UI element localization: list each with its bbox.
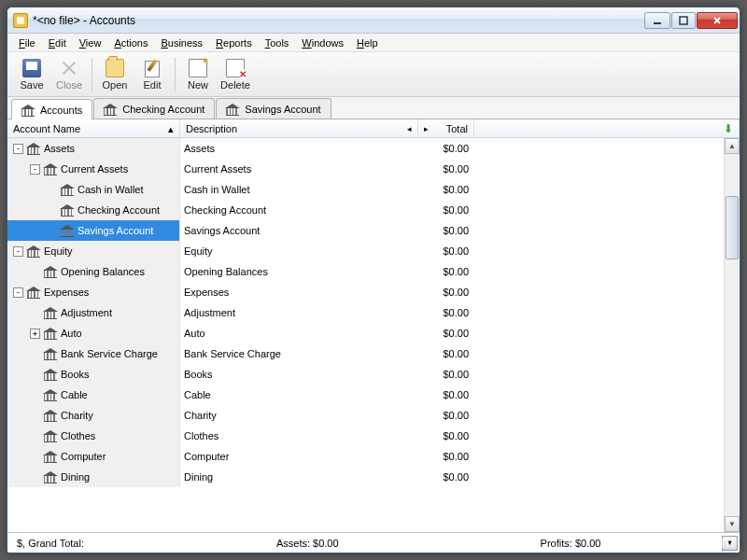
cell-total: $0.00 <box>418 430 474 441</box>
table-row[interactable]: AdjustmentAdjustment$0.00 <box>7 302 724 323</box>
open-button[interactable]: Open <box>96 55 134 94</box>
cell-description: Current Assets <box>180 163 418 175</box>
titlebar[interactable]: *<no file> - Accounts <box>7 7 740 34</box>
table-row[interactable]: BooksBooks$0.00 <box>7 364 724 385</box>
menu-reports[interactable]: Reports <box>210 35 258 50</box>
column-spacer[interactable]: ⬇ <box>474 119 740 137</box>
cell-total: $0.00 <box>418 225 474 236</box>
tab-label: Savings Account <box>245 104 320 115</box>
cell-description: Charity <box>180 410 418 421</box>
cell-account-name: Clothes <box>7 426 180 446</box>
expand-icon[interactable]: + <box>30 329 40 339</box>
table-row[interactable]: Checking AccountChecking Account$0.00 <box>7 200 724 220</box>
window-title: *<no file> - Accounts <box>33 14 644 27</box>
new-button[interactable]: New <box>179 55 217 94</box>
collapse-icon[interactable]: - <box>13 287 23 298</box>
tab-accounts[interactable]: Accounts <box>11 99 92 119</box>
scroll-up-button[interactable]: ▲ <box>725 138 740 154</box>
bank-icon <box>27 246 40 257</box>
cell-description: Books <box>180 369 418 380</box>
close-window-button[interactable] <box>697 12 738 29</box>
menu-view[interactable]: View <box>74 35 107 50</box>
account-name-text: Dining <box>61 471 90 483</box>
minimize-button[interactable] <box>644 12 670 29</box>
expander-none <box>47 226 57 236</box>
account-name-text: Equity <box>44 245 73 257</box>
table-row[interactable]: Opening BalancesOpening Balances$0.00 <box>7 261 724 282</box>
cell-total: $0.00 <box>418 389 474 400</box>
table-row[interactable]: +AutoAuto$0.00 <box>7 323 724 343</box>
table-row[interactable]: -Current AssetsCurrent Assets$0.00 <box>7 159 724 179</box>
cell-total: $0.00 <box>418 328 474 339</box>
expander-none <box>30 349 40 359</box>
account-name-text: Current Assets <box>61 163 128 175</box>
column-total[interactable]: ▸ Total <box>418 119 474 137</box>
menu-help[interactable]: Help <box>351 35 384 50</box>
tab-savings-account[interactable]: Savings Account <box>216 98 331 119</box>
cell-account-name: Computer <box>7 446 180 467</box>
expander-none <box>30 431 40 441</box>
scroll-track[interactable] <box>725 154 740 516</box>
column-headers: Account Name ▴ Description ◂ ▸ Total ⬇ <box>7 119 740 138</box>
delete-button[interactable]: Delete <box>217 55 254 94</box>
toolbar-separator <box>92 58 92 91</box>
accounts-tree[interactable]: -AssetsAssets$0.00-Current AssetsCurrent… <box>7 138 724 532</box>
cell-account-name: -Current Assets <box>7 159 180 179</box>
cell-account-name: Cash in Wallet <box>7 179 180 200</box>
cell-description: Cash in Wallet <box>180 184 418 195</box>
menu-tools[interactable]: Tools <box>260 35 295 50</box>
bank-icon <box>44 472 57 483</box>
bank-icon <box>44 452 57 462</box>
expander-none <box>30 267 40 277</box>
collapse-icon[interactable]: - <box>30 164 40 175</box>
menu-edit[interactable]: Edit <box>43 35 72 50</box>
tab-checking-account[interactable]: Checking Account <box>93 98 215 119</box>
cell-total: $0.00 <box>418 471 474 483</box>
table-row[interactable]: CharityCharity$0.00 <box>7 405 724 426</box>
table-row[interactable]: -EquityEquity$0.00 <box>7 241 724 261</box>
scroll-down-button[interactable]: ▼ <box>725 516 740 532</box>
collapse-icon[interactable]: - <box>13 246 23 257</box>
scroll-thumb[interactable] <box>726 196 739 259</box>
cell-account-name: Dining <box>7 467 180 487</box>
table-row[interactable]: -ExpensesExpenses$0.00 <box>7 282 724 302</box>
menu-file[interactable]: File <box>13 35 41 50</box>
table-row[interactable]: CableCable$0.00 <box>7 385 724 405</box>
table-row[interactable]: Cash in WalletCash in Wallet$0.00 <box>7 179 724 200</box>
arrow-down-icon[interactable]: ⬇ <box>724 122 733 135</box>
column-account-name[interactable]: Account Name ▴ <box>7 119 180 137</box>
table-row[interactable]: Bank Service ChargeBank Service Charge$0… <box>7 343 724 364</box>
accounts-tree-area: -AssetsAssets$0.00-Current AssetsCurrent… <box>7 138 740 532</box>
table-row[interactable]: -AssetsAssets$0.00 <box>7 138 724 159</box>
cell-total: $0.00 <box>418 266 474 277</box>
bank-icon <box>44 329 57 339</box>
expander-none <box>30 452 40 462</box>
collapse-icon[interactable]: - <box>13 144 23 154</box>
account-name-text: Books <box>61 369 90 380</box>
table-row[interactable]: DiningDining$0.00 <box>7 467 724 487</box>
table-row[interactable]: ClothesClothes$0.00 <box>7 426 724 446</box>
menu-windows[interactable]: Windows <box>296 35 349 50</box>
table-row[interactable]: ComputerComputer$0.00 <box>7 446 724 467</box>
cell-total: $0.00 <box>418 348 474 359</box>
bank-icon <box>27 287 40 298</box>
account-name-text: Opening Balances <box>61 266 145 277</box>
table-row[interactable]: Savings AccountSavings Account$0.00 <box>7 220 724 241</box>
menu-actions[interactable]: Actions <box>108 35 153 50</box>
toolbar-label: Close <box>56 79 82 91</box>
edit-button[interactable]: Edit <box>134 55 171 94</box>
menu-business[interactable]: Business <box>155 35 208 50</box>
cell-total: $0.00 <box>418 287 474 298</box>
column-label: Total <box>446 123 468 134</box>
account-name-text: Cash in Wallet <box>78 184 144 195</box>
account-name-text: Expenses <box>44 287 89 298</box>
bank-icon <box>44 349 57 359</box>
column-description[interactable]: Description ◂ <box>180 119 418 137</box>
maximize-button[interactable] <box>671 12 696 29</box>
toolbar-label: Delete <box>220 79 250 91</box>
menubar: FileEditViewActionsBusinessReportsToolsW… <box>7 34 740 52</box>
bank-icon <box>61 226 74 236</box>
vertical-scrollbar[interactable]: ▲ ▼ <box>724 138 740 532</box>
save-button[interactable]: Save <box>13 55 50 94</box>
cell-description: Clothes <box>180 430 418 441</box>
